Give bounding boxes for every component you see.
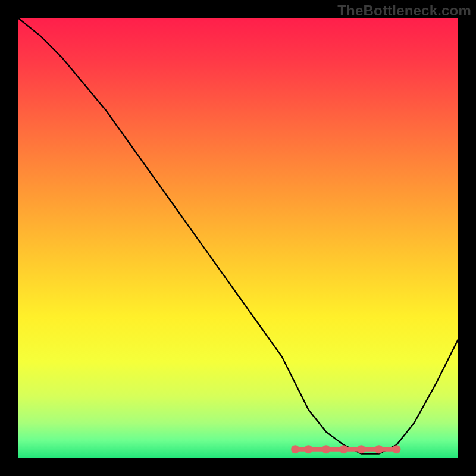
plot-area [18,18,458,458]
chart-svg [18,18,458,458]
watermark-text: TheBottleneck.com [337,2,471,19]
